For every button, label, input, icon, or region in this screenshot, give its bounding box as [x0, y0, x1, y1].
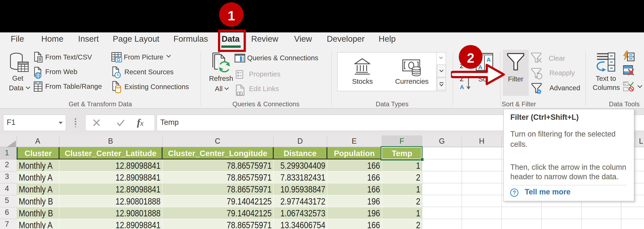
- svg-text:?: ?: [512, 189, 516, 196]
- svg-text:A: A: [486, 56, 491, 63]
